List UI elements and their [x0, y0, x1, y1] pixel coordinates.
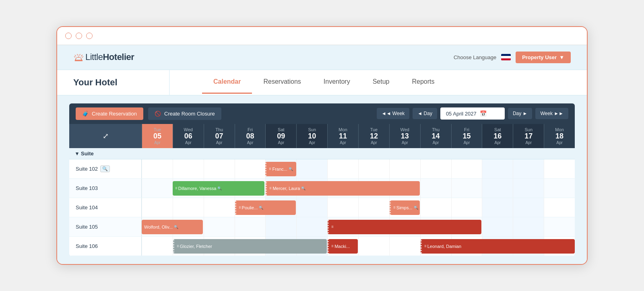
tab-setup[interactable]: Setup [361, 71, 401, 94]
cell-104-11[interactable] [451, 198, 482, 217]
reservation-poulie-104[interactable]: ⠿ Poulie... 🔍 [235, 200, 296, 215]
cell-105-6[interactable] [296, 217, 327, 236]
next-day-button[interactable]: Day ► [508, 108, 533, 119]
user-menu-button[interactable]: Property User ▼ [516, 52, 571, 63]
traffic-light-minimize[interactable] [76, 33, 82, 39]
month-15: Apr [453, 140, 481, 145]
cell-104-6[interactable] [296, 198, 327, 217]
cell-102-12[interactable] [482, 159, 513, 178]
cell-102-11[interactable] [451, 159, 482, 178]
day-num-07: 07 [206, 132, 233, 141]
reservation-mercer-103[interactable]: ⠿ Mercer, Laura 🔍 [266, 181, 419, 196]
cell-104-12[interactable] [482, 198, 513, 217]
cell-103-11[interactable] [451, 179, 482, 198]
browser-titlebar [57, 27, 587, 45]
prev-week-button[interactable]: ◄◄ Week [377, 108, 410, 119]
user-dropdown-arrow: ▼ [559, 54, 564, 60]
reservation-leonard-106[interactable]: ⠿ Leonard, Damian [421, 239, 575, 254]
reservation-name-dillamore: Dillamore, Vanessa [178, 186, 217, 191]
cell-103-1[interactable] [142, 179, 173, 198]
tab-reports[interactable]: Reports [400, 71, 446, 94]
cell-104-1[interactable] [142, 198, 173, 217]
day-name-thu07: Thu [206, 127, 233, 132]
cell-104-7[interactable] [327, 198, 358, 217]
res-dots-icon-poulie: ⠿ [239, 206, 241, 210]
day-num-17: 17 [515, 132, 542, 141]
reservation-name-franc: Franc... [272, 167, 287, 171]
cal-day-13: Wed 13 Apr [389, 124, 420, 149]
reservation-franc-102[interactable]: ⠿ Franc... 🔍 [265, 162, 296, 176]
cell-105-14[interactable] [544, 217, 575, 236]
room-search-102[interactable]: 🔍 [100, 165, 110, 172]
cell-106-1[interactable] [142, 237, 173, 256]
app-header: 🛎 LittleHotelier Choose Language Propert… [57, 45, 587, 70]
cell-104-8[interactable] [358, 198, 389, 217]
cell-102-8[interactable] [358, 159, 389, 178]
cell-102-9[interactable] [389, 159, 420, 178]
cell-102-6[interactable] [296, 159, 327, 178]
create-reservation-button[interactable]: 🧳 Create Reservation [76, 107, 143, 120]
cell-104-13[interactable] [513, 198, 544, 217]
reservation-dillamore-103[interactable]: ⠿ Dillamore, Vanessa 🔍 [173, 181, 265, 196]
current-date-display: 05 April 2027 📅 [440, 107, 505, 120]
room-row-suite104: Suite 104 [69, 198, 575, 217]
cell-106-9[interactable] [389, 237, 420, 256]
room-cells-suite103: ⠿ Dillamore, Vanessa 🔍 ⠿ Mercer, Laura 🔍 [142, 179, 575, 198]
cell-102-3[interactable] [204, 159, 235, 178]
reservation-name-macki: Macki... [334, 244, 350, 249]
traffic-light-close[interactable] [65, 33, 72, 39]
month-09: Apr [267, 140, 295, 145]
reservation-simps-104[interactable]: ⠿ Simps... 🔍 [390, 200, 420, 215]
cell-105-5[interactable] [265, 217, 296, 236]
closure-icon: 🚫 [155, 111, 161, 117]
day-name-tue05: Tue [144, 127, 171, 132]
cell-102-2[interactable] [173, 159, 204, 178]
section-collapse-icon[interactable]: ▾ [76, 151, 78, 157]
cell-103-14[interactable] [544, 179, 575, 198]
cell-103-12[interactable] [482, 179, 513, 198]
reservation-macki-106[interactable]: ⠿ Macki... [328, 239, 358, 254]
room-label-suite104: Suite 104 [69, 198, 142, 217]
res-search-simps: 🔍 [414, 206, 418, 210]
cell-104-3[interactable] [204, 198, 235, 217]
create-room-closure-button[interactable]: 🚫 Create Room Closure [148, 107, 221, 120]
cell-102-13[interactable] [513, 159, 544, 178]
room-cells-suite105: Wolford, Oliv... 🔍 ⠿ [142, 217, 575, 236]
logo-icon: 🛎 [73, 51, 85, 64]
cell-106-8[interactable] [358, 237, 389, 256]
cell-102-14[interactable] [544, 159, 575, 178]
traffic-light-maximize[interactable] [86, 33, 93, 39]
room-cells-suite106: ⠿ Glozier, Fletcher ⠿ Macki... ⠿ Leonard… [142, 237, 575, 256]
room-label-suite102: Suite 102 🔍 [69, 159, 142, 178]
cell-102-7[interactable] [327, 159, 358, 178]
cell-105-12[interactable] [482, 217, 513, 236]
tab-reservations[interactable]: Reservations [252, 71, 312, 94]
month-18: Apr [546, 140, 573, 145]
day-name-wed06: Wed [175, 127, 202, 132]
prev-day-button[interactable]: ◄ Day [413, 108, 437, 119]
reservation-wolford-105[interactable]: Wolford, Oliv... 🔍 [142, 220, 203, 234]
cell-102-1[interactable] [142, 159, 173, 178]
cal-day-06: Wed 06 Apr [173, 124, 204, 149]
cell-103-13[interactable] [513, 179, 544, 198]
day-name-mon18: Mon [546, 127, 573, 132]
create-room-closure-label: Create Room Closure [164, 111, 215, 117]
next-week-button[interactable]: Week ►► [535, 108, 568, 119]
cell-105-13[interactable] [513, 217, 544, 236]
cell-105-3[interactable] [204, 217, 235, 236]
cell-105-4[interactable] [235, 217, 266, 236]
cell-103-10[interactable] [420, 179, 451, 198]
res-dots-icon-dark105: ⠿ [331, 225, 334, 229]
day-name-sun17: Sun [515, 127, 542, 132]
cell-102-4[interactable] [235, 159, 266, 178]
cell-102-10[interactable] [420, 159, 451, 178]
tab-calendar[interactable]: Calendar [202, 71, 252, 94]
cell-104-10[interactable] [420, 198, 451, 217]
cell-104-14[interactable] [544, 198, 575, 217]
cal-day-15: Fri 15 Apr [451, 124, 482, 149]
tab-inventory[interactable]: Inventory [312, 71, 361, 94]
cell-104-2[interactable] [173, 198, 204, 217]
current-date-text: 05 April 2027 [446, 111, 477, 117]
reservation-glozier-106[interactable]: ⠿ Glozier, Fletcher [173, 239, 327, 254]
reservation-dark105[interactable]: ⠿ [328, 220, 481, 234]
